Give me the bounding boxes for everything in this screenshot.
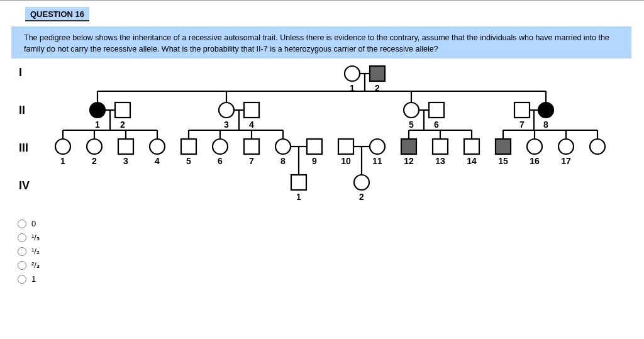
svg-rect-12 xyxy=(115,103,130,118)
svg-point-65 xyxy=(275,139,291,154)
svg-point-86 xyxy=(558,139,574,154)
svg-point-72 xyxy=(370,139,385,154)
svg-text:2: 2 xyxy=(120,119,125,130)
answer-label-b[interactable]: ¹/₃ xyxy=(31,233,40,242)
svg-text:7: 7 xyxy=(249,156,254,166)
svg-point-87 xyxy=(590,139,605,154)
svg-rect-84 xyxy=(496,139,511,154)
svg-rect-79 xyxy=(433,139,448,154)
radio-b[interactable] xyxy=(18,233,26,242)
svg-rect-22 xyxy=(429,103,444,118)
svg-point-55 xyxy=(87,139,102,154)
svg-text:5: 5 xyxy=(409,119,414,130)
svg-rect-17 xyxy=(244,103,259,118)
svg-point-0 xyxy=(345,66,360,81)
answer-label-e[interactable]: 1 xyxy=(31,274,36,284)
svg-text:9: 9 xyxy=(312,156,317,166)
svg-text:8: 8 xyxy=(543,119,548,130)
generation-label-2: II xyxy=(19,104,25,117)
answer-option-b[interactable]: ¹/₃ xyxy=(18,233,644,242)
radio-e[interactable] xyxy=(18,275,26,284)
answer-label-d[interactable]: ²/₃ xyxy=(31,260,40,270)
svg-point-54 xyxy=(55,139,70,154)
svg-point-85 xyxy=(527,139,542,154)
svg-text:10: 10 xyxy=(341,156,351,166)
svg-text:5: 5 xyxy=(186,156,191,166)
svg-rect-64 xyxy=(244,139,259,154)
svg-text:1: 1 xyxy=(60,156,65,166)
svg-point-94 xyxy=(354,175,369,190)
svg-text:6: 6 xyxy=(434,119,439,130)
svg-point-21 xyxy=(404,103,419,118)
answer-option-c[interactable]: ¹/₂ xyxy=(18,247,644,256)
answer-label-c[interactable]: ¹/₂ xyxy=(31,247,40,256)
question-heading: QUESTION 16 xyxy=(25,7,89,21)
svg-text:11: 11 xyxy=(372,156,382,166)
question-text: The pedigree below shows the inheritance… xyxy=(11,26,631,58)
generation-label-1: I xyxy=(19,66,22,79)
pedigree-diagram: I II III IV .shape { stroke:#000; stroke… xyxy=(19,65,610,209)
svg-text:2: 2 xyxy=(359,192,364,202)
answer-option-a[interactable]: 0 xyxy=(18,219,644,228)
svg-rect-78 xyxy=(401,139,416,154)
svg-rect-1 xyxy=(370,66,385,81)
svg-text:15: 15 xyxy=(498,156,508,166)
svg-text:17: 17 xyxy=(561,156,571,166)
svg-point-27 xyxy=(538,103,553,118)
svg-rect-56 xyxy=(118,139,133,154)
radio-c[interactable] xyxy=(18,247,26,256)
pedigree-svg: .shape { stroke:#000; stroke-width:2.2; … xyxy=(19,65,610,209)
svg-text:1: 1 xyxy=(95,119,100,130)
radio-a[interactable] xyxy=(18,220,26,228)
svg-text:14: 14 xyxy=(467,156,477,166)
generation-label-3: III xyxy=(19,142,28,155)
svg-point-11 xyxy=(90,103,105,118)
svg-text:8: 8 xyxy=(280,156,286,166)
answer-options: 0 ¹/₃ ¹/₂ ²/₃ 1 xyxy=(18,219,644,301)
svg-point-57 xyxy=(150,139,165,154)
svg-rect-71 xyxy=(338,139,353,154)
svg-rect-80 xyxy=(464,139,479,154)
svg-text:2: 2 xyxy=(92,156,97,166)
svg-text:6: 6 xyxy=(218,156,223,166)
svg-rect-70 xyxy=(307,139,322,154)
svg-rect-26 xyxy=(514,103,530,118)
svg-text:3: 3 xyxy=(123,156,128,166)
svg-text:3: 3 xyxy=(224,119,229,130)
svg-text:16: 16 xyxy=(530,156,540,166)
svg-point-63 xyxy=(213,139,228,154)
generation-label-4: IV xyxy=(19,179,30,192)
svg-text:4: 4 xyxy=(249,119,254,130)
answer-label-a[interactable]: 0 xyxy=(31,219,36,228)
answer-option-d[interactable]: ²/₃ xyxy=(18,260,644,270)
svg-point-16 xyxy=(219,103,234,118)
svg-rect-62 xyxy=(181,139,196,154)
svg-text:12: 12 xyxy=(404,156,414,166)
svg-text:7: 7 xyxy=(519,119,525,130)
svg-text:1: 1 xyxy=(296,192,301,202)
svg-text:13: 13 xyxy=(435,156,445,166)
answer-option-e[interactable]: 1 xyxy=(18,274,644,284)
svg-text:4: 4 xyxy=(155,156,160,166)
svg-rect-93 xyxy=(291,175,306,190)
radio-d[interactable] xyxy=(18,261,26,270)
